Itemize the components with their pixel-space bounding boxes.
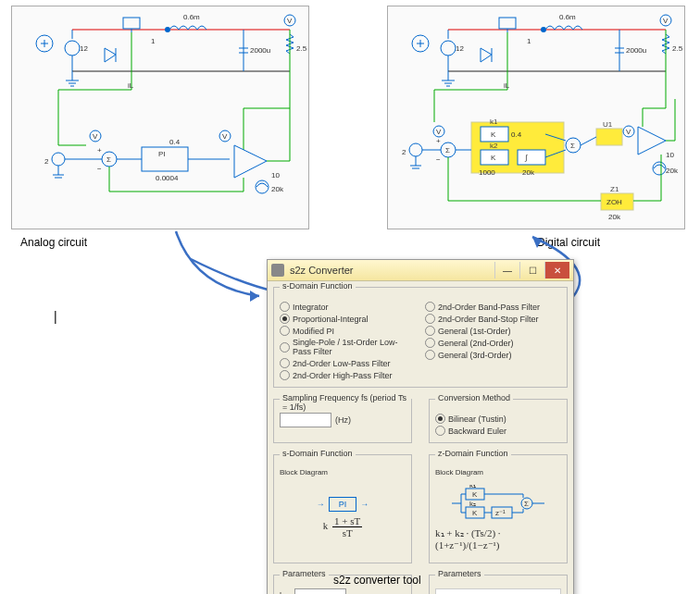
svg-text:V: V bbox=[436, 128, 442, 136]
svg-text:Σ: Σ bbox=[524, 500, 529, 508]
sdomain-radio-general-1st-order-[interactable]: General (1st-Order) bbox=[425, 325, 561, 337]
z-parameters-output bbox=[435, 588, 561, 594]
minimize-button[interactable]: — bbox=[494, 262, 519, 278]
svg-text:1: 1 bbox=[151, 37, 156, 45]
svg-text:Σ: Σ bbox=[106, 155, 111, 164]
svg-text:0.6m: 0.6m bbox=[183, 13, 200, 21]
radio-label: General (1st-Order) bbox=[438, 327, 511, 336]
svg-text:iL: iL bbox=[128, 81, 134, 90]
radio-label: 2nd-Order High-Pass Filter bbox=[293, 371, 393, 380]
radio-icon bbox=[280, 370, 290, 380]
param-k-input[interactable] bbox=[294, 588, 346, 594]
s-domain-function-group: s-Domain Function IntegratorProportional… bbox=[273, 287, 568, 388]
svg-text:10: 10 bbox=[666, 151, 674, 159]
radio-icon bbox=[435, 426, 445, 436]
tool-label: s2z converter tool bbox=[333, 574, 421, 587]
svg-text:Σ: Σ bbox=[445, 146, 450, 155]
sampling-frequency-input[interactable] bbox=[280, 413, 331, 427]
sampling-group: Sampling Frequency fs (period Ts = 1/fs)… bbox=[273, 399, 412, 443]
svg-text:12: 12 bbox=[80, 44, 88, 53]
conv-method-radio-backward-euler[interactable]: Backward Euler bbox=[435, 425, 561, 437]
conversion-method-group: Conversion Method Bilinear (Tustin)Backw… bbox=[429, 399, 568, 443]
svg-text:2: 2 bbox=[44, 157, 49, 166]
maximize-button[interactable]: ☐ bbox=[519, 262, 544, 278]
svg-text:1: 1 bbox=[527, 37, 531, 45]
z-k-box-1: K bbox=[472, 490, 478, 499]
svg-text:2.5: 2.5 bbox=[296, 44, 307, 53]
radio-icon bbox=[280, 302, 290, 312]
svg-text:−: − bbox=[436, 155, 441, 164]
svg-text:0.4: 0.4 bbox=[169, 138, 181, 146]
svg-point-73 bbox=[409, 143, 422, 156]
svg-rect-55 bbox=[499, 18, 516, 29]
sdomain-radio-general-2nd-order-[interactable]: General (2nd-Order) bbox=[425, 337, 561, 349]
svg-text:V: V bbox=[287, 17, 293, 25]
z-domain-block-diagram: z-Domain Function Block Diagram K k₁ K k… bbox=[429, 454, 568, 563]
svg-text:K: K bbox=[472, 509, 478, 517]
svg-text:0.0004: 0.0004 bbox=[156, 174, 179, 182]
svg-text:Σ: Σ bbox=[570, 142, 575, 150]
svg-text:K: K bbox=[491, 154, 496, 162]
radio-icon bbox=[280, 326, 290, 336]
svg-rect-103 bbox=[596, 129, 622, 145]
svg-text:1000: 1000 bbox=[479, 168, 495, 177]
s2z-converter-dialog: s2z Converter — ☐ ✕ s-Domain Function In… bbox=[267, 259, 574, 594]
sdomain-radio-2nd-order-band-stop-filter[interactable]: 2nd-Order Band-Stop Filter bbox=[425, 313, 561, 325]
svg-text:V: V bbox=[93, 132, 98, 141]
svg-text:k₂: k₂ bbox=[469, 500, 476, 508]
svg-point-108 bbox=[653, 162, 666, 175]
svg-text:k2: k2 bbox=[490, 142, 498, 150]
svg-text:20k: 20k bbox=[522, 168, 535, 177]
pi-block-icon: PI bbox=[329, 497, 357, 512]
svg-text:20k: 20k bbox=[271, 185, 284, 193]
svg-text:ZOH: ZOH bbox=[606, 198, 622, 206]
svg-text:+: + bbox=[436, 137, 441, 145]
sdomain-radio-2nd-order-high-pass-filter[interactable]: 2nd-Order High-Pass Filter bbox=[280, 369, 416, 381]
sdomain-radio-proportional-integral[interactable]: Proportional-Integral bbox=[280, 313, 416, 325]
radio-label: General (2nd-Order) bbox=[438, 339, 514, 348]
radio-label: 2nd-Order Low-Pass Filter bbox=[293, 359, 391, 368]
digital-label: Digital circuit bbox=[537, 236, 600, 249]
svg-rect-94 bbox=[518, 150, 545, 165]
sdomain-radio-2nd-order-low-pass-filter[interactable]: 2nd-Order Low-Pass Filter bbox=[280, 357, 416, 369]
radio-label: Integrator bbox=[293, 303, 329, 312]
svg-text:20k: 20k bbox=[608, 213, 621, 221]
svg-text:20k: 20k bbox=[666, 167, 679, 175]
svg-text:iL: iL bbox=[504, 81, 510, 90]
sdomain-radio-2nd-order-band-pass-filter[interactable]: 2nd-Order Band-Pass Filter bbox=[425, 301, 561, 313]
svg-text:z⁻¹: z⁻¹ bbox=[495, 509, 506, 517]
svg-line-104 bbox=[581, 137, 596, 145]
radio-icon bbox=[425, 350, 435, 360]
svg-text:2000u: 2000u bbox=[250, 46, 270, 55]
z-parameters-group: Parameters bbox=[429, 575, 568, 594]
svg-text:U1: U1 bbox=[603, 120, 613, 129]
radio-icon bbox=[280, 342, 290, 353]
sdomain-radio-integrator[interactable]: Integrator bbox=[280, 301, 416, 313]
svg-rect-7 bbox=[123, 18, 140, 29]
close-window-button[interactable]: ✕ bbox=[544, 262, 569, 278]
analog-label: Analog circuit bbox=[20, 236, 87, 249]
radio-label: Bilinear (Tustin) bbox=[448, 415, 506, 424]
dialog-titlebar[interactable]: s2z Converter — ☐ ✕ bbox=[268, 260, 573, 281]
radio-icon bbox=[425, 326, 435, 336]
svg-text:0.6m: 0.6m bbox=[559, 13, 576, 21]
svg-point-3 bbox=[65, 41, 80, 56]
svg-text:Z1: Z1 bbox=[610, 185, 619, 193]
radio-icon bbox=[425, 338, 435, 348]
svg-text:2.5: 2.5 bbox=[672, 44, 683, 53]
svg-text:V: V bbox=[222, 132, 228, 141]
conv-method-radio-bilinear-tustin-[interactable]: Bilinear (Tustin) bbox=[435, 413, 561, 425]
svg-text:−: − bbox=[97, 165, 102, 173]
svg-text:10: 10 bbox=[271, 171, 280, 179]
radio-label: Single-Pole / 1st-Order Low-Pass Filter bbox=[293, 338, 416, 356]
sdomain-radio-modified-pi[interactable]: Modified PI bbox=[280, 325, 416, 337]
svg-text:V: V bbox=[626, 128, 631, 136]
radio-icon bbox=[280, 358, 290, 368]
svg-text:0.4: 0.4 bbox=[511, 130, 522, 139]
text-cursor: | bbox=[54, 309, 57, 324]
sdomain-radio-general-3rd-order-[interactable]: General (3rd-Order) bbox=[425, 349, 561, 361]
app-icon bbox=[271, 264, 284, 277]
sdomain-radio-single-pole-1st-order-low-pass-filter[interactable]: Single-Pole / 1st-Order Low-Pass Filter bbox=[280, 337, 416, 357]
radio-label: 2nd-Order Band-Pass Filter bbox=[438, 303, 540, 312]
svg-point-11 bbox=[165, 27, 170, 32]
